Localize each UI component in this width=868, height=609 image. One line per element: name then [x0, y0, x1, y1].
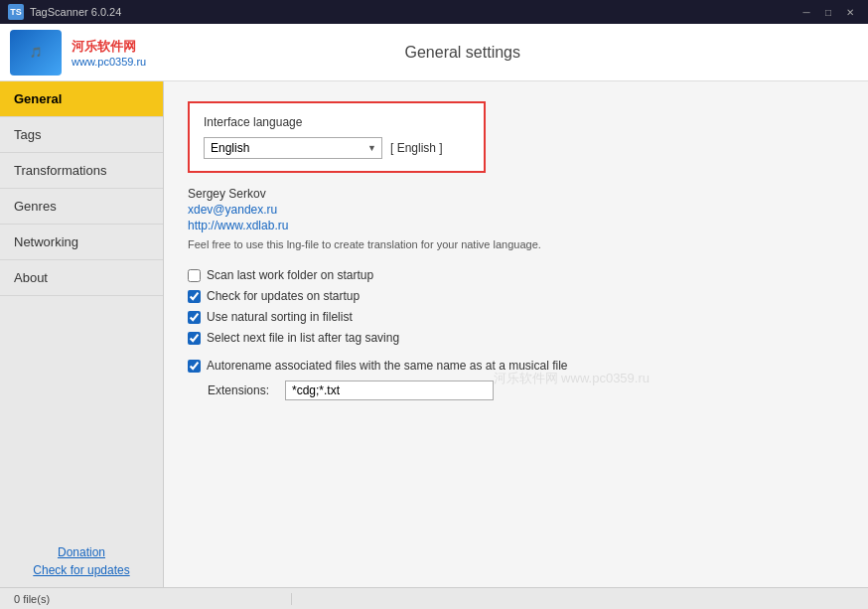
statusbar: 0 file(s) — [0, 587, 868, 609]
content-area: 河乐软件网 www.pc0359.ru Interface language E… — [164, 81, 868, 587]
select-next-label[interactable]: Select next file in list after tag savin… — [207, 331, 399, 345]
select-next-checkbox[interactable] — [188, 332, 201, 345]
option-select-next: Select next file in list after tag savin… — [188, 331, 844, 345]
author-name: Sergey Serkov — [188, 187, 844, 201]
extensions-label: Extensions: — [208, 383, 277, 397]
sidebar-footer: Donation Check for updates — [0, 535, 163, 587]
check-updates-checkbox[interactable] — [188, 290, 201, 303]
sidebar-nav: General Tags Transformations Genres Netw… — [0, 81, 163, 535]
main-layout: General Tags Transformations Genres Netw… — [0, 81, 868, 587]
page-title-area: General settings — [404, 44, 520, 62]
sidebar-item-general[interactable]: General — [0, 81, 163, 117]
app-icon: TS — [8, 4, 24, 20]
sidebar-item-networking[interactable]: Networking — [0, 225, 163, 260]
autorename-label[interactable]: Autorename associated files with the sam… — [207, 359, 568, 373]
check-updates-label[interactable]: Check for updates on startup — [207, 289, 360, 303]
page-title: General settings — [404, 44, 520, 61]
author-section: Sergey Serkov xdev@yandex.ru http://www.… — [188, 187, 844, 250]
autorename-section: Autorename associated files with the sam… — [188, 359, 844, 400]
titlebar-controls: ─ □ ✕ — [796, 4, 860, 20]
donation-link[interactable]: Donation — [58, 545, 105, 559]
sidebar-item-genres[interactable]: Genres — [0, 189, 163, 225]
titlebar-title: TagScanner 6.0.24 — [30, 6, 121, 18]
scan-last-label[interactable]: Scan last work folder on startup — [207, 268, 373, 282]
sidebar: General Tags Transformations Genres Netw… — [0, 81, 164, 587]
sidebar-item-transformations[interactable]: Transformations — [0, 153, 163, 189]
extensions-row: Extensions: — [188, 381, 844, 400]
natural-sorting-checkbox[interactable] — [188, 311, 201, 324]
option-check-updates: Check for updates on startup — [188, 289, 844, 303]
lang-box-title: Interface language — [204, 115, 470, 129]
options-section: Scan last work folder on startup Check f… — [188, 268, 844, 345]
titlebar: TS TagScanner 6.0.24 ─ □ ✕ — [0, 0, 868, 24]
sidebar-item-about[interactable]: About — [0, 260, 163, 296]
statusbar-file-count: 0 file(s) — [8, 593, 292, 605]
titlebar-left: TS TagScanner 6.0.24 — [8, 4, 121, 20]
language-select[interactable]: English Russian German French — [204, 137, 382, 159]
autorename-checkbox[interactable] — [188, 360, 201, 373]
maximize-button[interactable]: □ — [818, 4, 838, 20]
logo-icon: 🎵 — [30, 47, 42, 58]
natural-sorting-label[interactable]: Use natural sorting in filelist — [207, 310, 353, 324]
author-url-link[interactable]: http://www.xdlab.ru — [188, 219, 844, 232]
check-updates-link[interactable]: Check for updates — [33, 563, 129, 577]
logobar: 🎵 河乐软件网 www.pc0359.ru General settings — [0, 24, 868, 81]
app-logo: 🎵 — [10, 30, 62, 76]
author-email-link[interactable]: xdev@yandex.ru — [188, 203, 844, 217]
option-natural-sorting: Use natural sorting in filelist — [188, 310, 844, 324]
scan-last-checkbox[interactable] — [188, 269, 201, 282]
author-note: Feel free to use this lng-file to create… — [188, 238, 844, 250]
language-box: Interface language English Russian Germa… — [188, 101, 486, 173]
minimize-button[interactable]: ─ — [796, 4, 816, 20]
lang-row: English Russian German French [ English … — [204, 137, 470, 159]
option-scan-last: Scan last work folder on startup — [188, 268, 844, 282]
lang-current-display: [ English ] — [390, 141, 443, 155]
sidebar-item-tags[interactable]: Tags — [0, 117, 163, 153]
lang-select-wrapper[interactable]: English Russian German French — [204, 137, 382, 159]
close-button[interactable]: ✕ — [840, 4, 860, 20]
logo-text: 河乐软件网 www.pc0359.ru — [72, 38, 146, 68]
autorename-row: Autorename associated files with the sam… — [188, 359, 844, 373]
logo-url: www.pc0359.ru — [72, 56, 146, 68]
logo-cn: 河乐软件网 — [72, 38, 146, 56]
extensions-input[interactable] — [285, 381, 494, 400]
